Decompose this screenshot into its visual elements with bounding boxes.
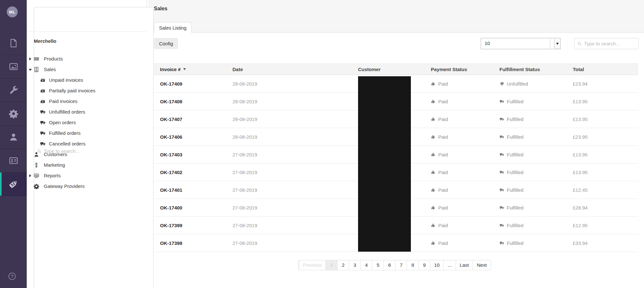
tree-item-label: Open orders xyxy=(49,120,76,125)
fulfillment-status-label: Fulfilled xyxy=(507,99,524,104)
help-button[interactable]: ? xyxy=(8,272,16,281)
page-5-button[interactable]: 5 xyxy=(372,260,384,270)
payment-status: Paid xyxy=(431,205,499,210)
tree-item-products[interactable]: Products xyxy=(27,53,147,64)
tree-item-customers[interactable]: Customers xyxy=(27,149,147,160)
tree-item-label: Gateway Providers xyxy=(44,183,85,189)
fulfillment-status-label: Fulfilled xyxy=(507,134,524,140)
page-10-button[interactable]: 10 xyxy=(430,260,443,270)
main-content: Sales Sales Listing Config 10 Invoice # … xyxy=(149,0,644,288)
thumb-up-icon xyxy=(431,117,436,122)
invoice-total: £13.95 xyxy=(573,152,638,157)
sidebar-panel: Merchello Products $ Sales Unpaid invoic… xyxy=(27,0,147,288)
page-previous-button[interactable]: Previous xyxy=(299,260,326,270)
page-8-button[interactable]: 8 xyxy=(407,260,418,270)
rail-item-users[interactable] xyxy=(0,125,27,149)
invoice-number[interactable]: OK-17403 xyxy=(154,152,232,157)
truck-icon xyxy=(499,152,504,157)
tree-item-gateway-providers[interactable]: Gateway Providers xyxy=(27,181,147,191)
tree-item-open-orders[interactable]: Open orders xyxy=(27,117,147,128)
invoice-number[interactable]: OK-17406 xyxy=(154,134,232,140)
page-last-button[interactable]: Last xyxy=(456,260,473,270)
page-9-button[interactable]: 9 xyxy=(418,260,430,270)
invoice-number[interactable]: OK-17399 xyxy=(154,223,232,228)
gear-icon xyxy=(33,183,39,189)
tree-item-unpaid-invoices[interactable]: Unpaid invoices xyxy=(27,75,147,85)
page-4-button[interactable]: 4 xyxy=(360,260,372,270)
pagination: Previous12345678910...LastNext xyxy=(298,260,491,270)
payment-status-label: Paid xyxy=(438,240,448,246)
tree-root-label[interactable]: Merchello xyxy=(34,38,56,44)
tree-item-partially-paid-invoices[interactable]: Partially paid invoices xyxy=(27,85,147,96)
invoice-number[interactable]: OK-17400 xyxy=(154,205,232,210)
rail-item-content[interactable] xyxy=(0,32,27,55)
page-ellipsis[interactable]: ... xyxy=(443,260,456,270)
tree-item-label: Fulfilled orders xyxy=(49,130,80,136)
invoice-number[interactable]: OK-17401 xyxy=(154,187,232,193)
payment-status-label: Paid xyxy=(438,99,448,104)
customer-redaction-overlay xyxy=(358,76,411,252)
rail-item-members[interactable] xyxy=(0,149,27,172)
invoice-number[interactable]: OK-17407 xyxy=(154,116,232,122)
rail-item-media[interactable] xyxy=(0,55,27,79)
thumb-up-icon xyxy=(431,188,436,192)
tree-item-sales[interactable]: $ Sales xyxy=(27,64,147,75)
expander-caret-icon[interactable] xyxy=(28,160,33,170)
fulfillment-status-label: Fulfilled xyxy=(507,205,524,210)
table-search-input[interactable] xyxy=(574,38,639,49)
rail-item-merchello[interactable]: M xyxy=(0,172,27,196)
select-dropdown-arrow-icon[interactable] xyxy=(554,39,560,49)
payment-status-label: Paid xyxy=(438,223,448,228)
tab-sales-listing[interactable]: Sales Listing xyxy=(154,22,192,33)
tree-item-fulfilled-orders[interactable]: Fulfilled orders xyxy=(27,128,147,138)
config-button[interactable]: Config xyxy=(154,38,178,49)
fulfillment-status: Fulfilled xyxy=(499,223,573,228)
money-icon xyxy=(40,77,46,83)
tree-item-paid-invoices[interactable]: Paid invoices xyxy=(27,96,147,107)
expander-caret-icon[interactable] xyxy=(28,170,33,181)
column-header-date[interactable]: Date xyxy=(232,67,358,72)
invoice-number[interactable]: OK-17409 xyxy=(154,81,232,87)
page-7-button[interactable]: 7 xyxy=(395,260,407,270)
rail-item-developer[interactable] xyxy=(0,102,27,125)
user-icon xyxy=(9,132,18,142)
id-card-icon xyxy=(9,156,18,165)
tree-item-reports[interactable]: Reports xyxy=(27,170,147,181)
report-board-icon xyxy=(33,173,39,179)
invoice-date: 27-08-2019 xyxy=(232,205,358,210)
payment-status: Paid xyxy=(431,170,499,175)
column-header-total[interactable]: Total xyxy=(573,67,638,72)
svg-text:?: ? xyxy=(11,274,13,279)
barcode-icon xyxy=(33,56,39,62)
expander-caret-icon[interactable] xyxy=(28,149,33,160)
column-header-invoice[interactable]: Invoice # xyxy=(154,67,232,72)
page-2-button[interactable]: 2 xyxy=(337,260,349,270)
page-1-button[interactable]: 1 xyxy=(326,260,337,270)
fulfillment-status: Fulfilled xyxy=(499,205,573,210)
expander-caret-icon[interactable] xyxy=(28,181,33,191)
invoice-number[interactable]: OK-17408 xyxy=(154,99,232,104)
invoice-number[interactable]: OK-17402 xyxy=(154,170,232,175)
column-header-payment-status[interactable]: Payment Status xyxy=(431,67,499,72)
payment-status-label: Paid xyxy=(438,134,448,140)
fulfillment-status-label: Fulfilled xyxy=(507,187,524,193)
page-6-button[interactable]: 6 xyxy=(384,260,395,270)
invoice-total: £13.95 xyxy=(573,99,638,104)
invoice-number[interactable]: OK-17398 xyxy=(154,240,232,246)
wrench-icon xyxy=(9,85,18,95)
rail-item-settings[interactable] xyxy=(0,79,27,102)
page-3-button[interactable]: 3 xyxy=(349,260,360,270)
tree-item-unfulfilled-orders[interactable]: Unfulfilled orders xyxy=(27,107,147,117)
page-size-select[interactable]: 10 xyxy=(481,38,561,49)
expander-caret-icon[interactable] xyxy=(28,64,33,75)
page-next-button[interactable]: Next xyxy=(473,260,491,270)
tree-item-label: Products xyxy=(44,56,63,61)
tree-item-marketing[interactable]: Marketing xyxy=(27,160,147,170)
column-header-customer[interactable]: Customer xyxy=(358,67,431,72)
thumb-up-icon xyxy=(431,152,436,157)
column-header-fulfillment-status[interactable]: Fulfillment Status xyxy=(499,67,573,72)
expander-caret-icon[interactable] xyxy=(28,53,33,64)
avatar[interactable]: ML xyxy=(7,6,18,17)
tree-item-cancelled-orders[interactable]: Cancelled orders xyxy=(27,138,147,149)
fulfillment-status: Fulfilled xyxy=(499,116,573,122)
